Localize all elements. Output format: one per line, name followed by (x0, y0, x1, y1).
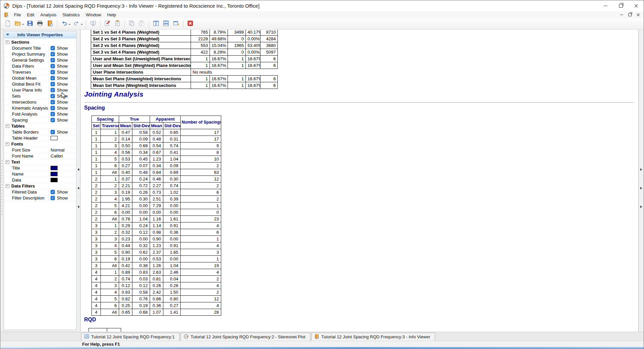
tab-2-stereonet-plot[interactable]: Tutorial 12 Joint Spacing RQD Frequency:… (181, 333, 310, 341)
sidebar-header[interactable]: Info Viewer Properties (4, 31, 76, 38)
property-value[interactable]: ✓Show (48, 63, 76, 69)
copy-button[interactable] (127, 20, 136, 28)
property-row-kinematic-analysis[interactable]: Kinematic Analysis✓Show (4, 105, 76, 111)
property-value[interactable]: ✓Show (48, 195, 76, 201)
checkbox-checked-icon[interactable]: ✓ (51, 100, 55, 104)
info-viewer-report-button[interactable] (46, 20, 54, 28)
checkbox-checked-icon[interactable]: ✓ (51, 76, 55, 80)
property-value[interactable]: ✓Show (48, 51, 76, 57)
dropdown-arrow-icon[interactable] (69, 24, 71, 26)
checkbox-checked-icon[interactable]: ✓ (51, 46, 55, 50)
property-value[interactable]: ✓Show (48, 117, 76, 123)
right-splitter[interactable] (638, 30, 644, 332)
dropdown-arrow-icon[interactable] (22, 24, 24, 26)
tab-1[interactable]: Tutorial 12 Joint Spacing RQD Frequency:… (81, 333, 180, 341)
close-button[interactable] (628, 0, 644, 11)
checkbox-checked-icon[interactable]: ✓ (51, 196, 55, 200)
property-value[interactable] (48, 165, 76, 171)
collapse-minus-icon[interactable] (6, 184, 9, 188)
dropdown-arrow-icon[interactable] (81, 24, 83, 26)
property-value[interactable]: ✓Show (48, 75, 76, 81)
property-value[interactable]: Normal (48, 147, 76, 153)
close-icon[interactable] (637, 13, 640, 16)
tab-3-info-viewer[interactable]: Tutorial 12 Joint Spacing RQD Frequency:… (311, 333, 435, 341)
checkbox-checked-icon[interactable]: ✓ (51, 118, 55, 122)
property-value[interactable]: ✓Show (48, 189, 76, 195)
menu-item-statistics[interactable]: Statistics (60, 11, 83, 18)
collapse-right-icon[interactable] (640, 187, 642, 189)
property-row-font-name[interactable]: Font NameCalibri (4, 153, 76, 159)
property-row-spacing[interactable]: Spacing✓Show (4, 117, 76, 123)
property-group-text[interactable]: Text (4, 159, 76, 165)
color-swatch[interactable] (51, 172, 58, 176)
property-row-global-best-fit[interactable]: Global Best Fit✓Show (4, 81, 76, 87)
property-value[interactable]: ✓Show (48, 111, 76, 117)
restore-icon[interactable] (628, 13, 631, 16)
property-row-filter-description[interactable]: Filter Description✓Show (4, 195, 76, 201)
redo-button[interactable] (72, 20, 81, 28)
collapse-minus-icon[interactable] (6, 124, 9, 128)
collapse-right-icon[interactable] (640, 168, 642, 171)
property-row-name[interactable]: Name (4, 171, 76, 177)
open-file-button[interactable] (13, 20, 22, 28)
property-row-table-borders[interactable]: Table Borders✓Show (4, 129, 76, 135)
collapse-left-icon[interactable] (78, 168, 79, 171)
property-row-data[interactable]: Data (4, 177, 76, 183)
property-group-tables[interactable]: Tables (4, 123, 76, 129)
checkbox-checked-icon[interactable]: ✓ (51, 88, 55, 92)
notes-button[interactable] (113, 20, 122, 28)
property-value[interactable] (48, 135, 76, 141)
property-row-general-settings[interactable]: General Settings✓Show (4, 57, 76, 63)
edit-properties-button[interactable] (103, 20, 112, 28)
menu-item-window[interactable]: Window (83, 11, 104, 18)
menu-item-analysis[interactable]: Analysis (37, 11, 59, 18)
restore-button[interactable] (613, 0, 628, 11)
undo-button[interactable] (60, 20, 69, 28)
property-row-project-summary[interactable]: Project Summary✓Show (4, 51, 76, 57)
print-button[interactable] (36, 20, 44, 28)
save-button[interactable] (26, 20, 34, 28)
presentation-button[interactable] (89, 20, 97, 28)
collapse-left-icon[interactable] (78, 187, 79, 189)
property-value[interactable]: Calibri (48, 153, 76, 159)
collapse-minus-icon[interactable] (6, 142, 9, 146)
menu-item-help[interactable]: Help (104, 11, 119, 18)
checkbox-checked-icon[interactable]: ✓ (51, 130, 55, 134)
chevron-down-icon[interactable] (6, 34, 9, 36)
tile-vertical-button[interactable] (152, 20, 160, 28)
property-row-intersections[interactable]: Intersections✓Show (4, 99, 76, 105)
collapse-minus-icon[interactable] (6, 160, 9, 164)
checkbox-checked-icon[interactable]: ✓ (51, 106, 55, 110)
property-group-sections[interactable]: Sections (4, 39, 76, 45)
checkbox-checked-icon[interactable]: ✓ (51, 64, 55, 68)
checkbox-checked-icon[interactable]: ✓ (51, 52, 55, 56)
property-row-font-size[interactable]: Font SizeNormal (4, 147, 76, 153)
property-row-fold-analysis[interactable]: Fold Analysis✓Show (4, 111, 76, 117)
checkbox-checked-icon[interactable]: ✓ (51, 70, 55, 74)
new-document-button[interactable] (3, 20, 12, 28)
checkbox-checked-icon[interactable]: ✓ (51, 190, 55, 194)
minimize-icon[interactable] (620, 15, 623, 15)
property-value[interactable]: ✓Show (48, 129, 76, 135)
menu-item-file[interactable]: File (11, 11, 24, 18)
property-value[interactable]: ✓Show (48, 57, 76, 63)
property-group-fonts[interactable]: Fonts (4, 141, 76, 147)
close-view-button[interactable] (186, 20, 195, 28)
property-row-data-filters[interactable]: Data Filters✓Show (4, 63, 76, 69)
dock-grip[interactable] (1, 160, 3, 217)
color-swatch[interactable] (51, 178, 58, 182)
property-row-title[interactable]: Title (4, 165, 76, 171)
property-value[interactable]: ✓Show (48, 105, 76, 111)
color-swatch[interactable] (51, 166, 58, 170)
property-value[interactable]: ✓Show (48, 99, 76, 105)
new-window-button[interactable] (172, 20, 180, 28)
property-value[interactable]: ✓Show (48, 81, 76, 87)
property-value[interactable] (48, 171, 76, 177)
checkbox-checked-icon[interactable]: ✓ (51, 94, 55, 98)
property-row-filtered-data[interactable]: Filtered Data✓Show (4, 189, 76, 195)
sidebar-splitter[interactable] (77, 30, 80, 332)
property-group-data-filters[interactable]: Data Filters (4, 183, 76, 189)
collapse-left-icon[interactable] (78, 205, 79, 208)
checkbox-checked-icon[interactable]: ✓ (51, 58, 55, 62)
tile-horizontal-button[interactable] (162, 20, 170, 28)
